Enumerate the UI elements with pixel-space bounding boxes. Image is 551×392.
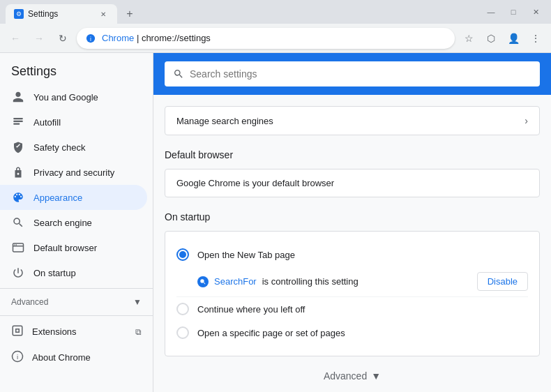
svg-rect-3 <box>13 121 23 122</box>
maximize-button[interactable]: □ <box>504 5 523 19</box>
sidebar-item-search-engine[interactable]: Search engine <box>0 210 147 235</box>
external-link-icon: ⧉ <box>135 327 142 337</box>
startup-option-specific-label: Open a specific page or set of pages <box>197 328 345 338</box>
startup-option-continue[interactable]: Continue where you left off <box>176 297 528 321</box>
active-tab[interactable]: ⚙ Settings ✕ <box>6 4 117 24</box>
address-bar[interactable]: i Chrome | chrome://settings <box>77 28 455 49</box>
searchfor-icon <box>197 276 209 287</box>
svg-rect-9 <box>13 326 22 336</box>
searchfor-suffix: is controlling this setting <box>262 276 358 287</box>
sidebar-item-label: Appearance <box>33 193 82 203</box>
extensions-item[interactable]: Extensions ⧉ <box>0 319 153 345</box>
sidebar-item-on-startup[interactable]: On startup <box>0 260 147 285</box>
startup-option-new-tab[interactable]: Open the New Tab page <box>176 243 528 266</box>
forward-button[interactable]: → <box>29 29 49 48</box>
radio-button-specific[interactable] <box>176 326 189 339</box>
advanced-label: Advanced <box>11 297 48 307</box>
sidebar-item-autofill[interactable]: Autofill <box>0 110 147 135</box>
window-controls: — □ ✕ <box>481 5 545 19</box>
sidebar-item-appearance[interactable]: Appearance <box>0 185 147 210</box>
sidebar-item-privacy-security[interactable]: Privacy and security <box>0 160 147 185</box>
menu-button[interactable]: ⋮ <box>526 29 545 48</box>
close-button[interactable]: ✕ <box>526 5 545 19</box>
advanced-arrow-icon: ▼ <box>133 297 142 307</box>
search-input[interactable] <box>190 68 531 80</box>
security-icon: i <box>85 33 96 44</box>
searchfor-controlling-row: SearchFor is controlling this setting Di… <box>176 266 528 297</box>
sidebar-item-label: Privacy and security <box>33 167 114 178</box>
autofill-icon <box>11 115 25 129</box>
search-bar <box>153 53 551 95</box>
tab-favicon: ⚙ <box>14 9 24 19</box>
search-icon <box>173 68 184 80</box>
svg-point-7 <box>14 244 15 246</box>
svg-text:i: i <box>90 35 91 42</box>
sidebar-title: Settings <box>0 53 153 84</box>
back-button[interactable]: ← <box>6 29 25 48</box>
toolbar: ← → ↻ i Chrome | chrome://settings ☆ ⬡ 👤… <box>0 24 551 53</box>
chevron-right-icon: › <box>524 115 528 126</box>
svg-rect-4 <box>13 123 20 125</box>
reload-button[interactable]: ↻ <box>53 29 73 48</box>
minimize-button[interactable]: — <box>481 5 501 19</box>
bookmark-button[interactable]: ☆ <box>459 29 478 48</box>
advanced-section[interactable]: Advanced ▼ <box>0 292 153 312</box>
default-browser-text: Google Chrome is your default browser <box>176 178 334 188</box>
lock-icon <box>11 165 25 179</box>
startup-option-specific-page[interactable]: Open a specific page or set of pages <box>176 321 528 345</box>
main-panel: Manage search engines › Default browser … <box>153 53 551 392</box>
address-text: Chrome | chrome://settings <box>102 33 446 43</box>
svg-text:i: i <box>17 353 18 361</box>
sidebar-item-you-and-google[interactable]: You and Google <box>0 84 147 110</box>
title-bar: ⚙ Settings ✕ + — □ ✕ <box>0 0 551 24</box>
search-engines-section: Manage search engines › <box>165 106 540 135</box>
sidebar-item-label: On startup <box>33 268 76 278</box>
sidebar: Settings You and Google Autofill Safety … <box>0 53 153 392</box>
about-chrome-item[interactable]: i About Chrome <box>0 345 153 370</box>
disable-button[interactable]: Disable <box>477 272 528 291</box>
about-chrome-label: About Chrome <box>32 352 91 363</box>
sidebar-item-default-browser[interactable]: Default browser <box>0 235 147 260</box>
tab-close-button[interactable]: ✕ <box>98 8 109 20</box>
extensions-label: Extensions <box>32 326 77 337</box>
sidebar-item-label: Search engine <box>33 218 92 228</box>
extensions-puzzle-button[interactable]: ⬡ <box>481 29 501 48</box>
toolbar-actions: ☆ ⬡ 👤 ⋮ <box>459 29 545 48</box>
svg-point-8 <box>16 244 17 246</box>
sidebar-divider-2 <box>0 315 153 316</box>
search-input-wrap[interactable] <box>165 61 540 86</box>
extensions-icon <box>11 324 24 339</box>
radio-button-continue[interactable] <box>176 303 189 315</box>
power-icon <box>11 266 25 280</box>
palette-icon <box>11 190 25 204</box>
on-startup-section: On startup Open the New Tab page <box>165 211 540 356</box>
default-browser-section: Default browser Google Chrome is your de… <box>165 149 540 197</box>
searchfor-name[interactable]: SearchFor <box>214 276 257 287</box>
person-icon <box>11 90 25 104</box>
browser-icon <box>11 241 25 255</box>
svg-rect-2 <box>13 118 23 119</box>
address-separator: | <box>137 33 142 43</box>
sidebar-item-safety-check[interactable]: Safety check <box>0 135 147 160</box>
address-url: chrome://settings <box>142 33 211 43</box>
chrome-info-icon: i <box>11 350 24 365</box>
sidebar-divider <box>0 288 153 289</box>
manage-search-engines-row[interactable]: Manage search engines › <box>165 106 540 135</box>
sidebar-item-label: Safety check <box>33 142 85 153</box>
sidebar-item-label: Default browser <box>33 243 97 253</box>
sidebar-item-label: You and Google <box>33 92 98 103</box>
advanced-button-label: Advanced <box>324 370 367 382</box>
advanced-dropdown-icon: ▼ <box>371 370 381 382</box>
new-tab-button[interactable]: + <box>120 4 139 24</box>
advanced-row[interactable]: Advanced ▼ <box>165 370 540 382</box>
startup-option-new-tab-label: Open the New Tab page <box>197 250 295 260</box>
sidebar-item-label: Autofill <box>33 117 61 128</box>
browser-content: Settings You and Google Autofill Safety … <box>0 53 551 392</box>
manage-search-engines-label: Manage search engines <box>176 116 273 126</box>
startup-option-continue-label: Continue where you left off <box>197 304 305 315</box>
radio-button-new-tab[interactable] <box>176 248 189 261</box>
startup-options-box: Open the New Tab page SearchFor is contr… <box>165 231 540 356</box>
default-browser-info: Google Chrome is your default browser <box>165 169 540 197</box>
profile-button[interactable]: 👤 <box>504 29 523 48</box>
shield-icon <box>11 140 25 154</box>
